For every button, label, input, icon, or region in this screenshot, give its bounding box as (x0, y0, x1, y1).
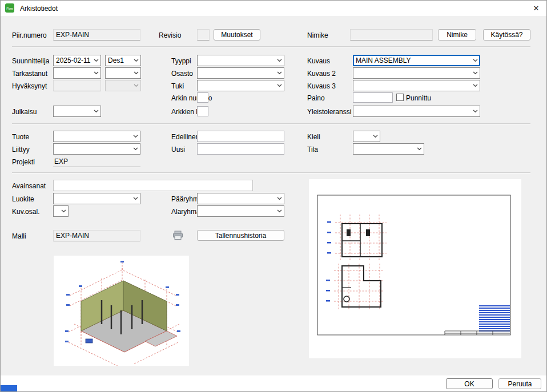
malli-label: Malli (12, 232, 26, 240)
tuote-combo[interactable] (53, 131, 140, 142)
tyyppi-combo[interactable] (197, 55, 284, 66)
kuvaus2-label: Kuvaus 2 (307, 70, 336, 78)
osasto-label: Osasto (171, 70, 193, 78)
kuvaus-label: Kuvaus (307, 57, 330, 65)
kuvaus3-combo[interactable] (353, 80, 480, 91)
paaryhma-combo[interactable] (197, 193, 284, 204)
revisio-label: Revisio (159, 31, 181, 39)
tarkastanut-label: Tarkastanut (12, 70, 47, 78)
punnittu-checkbox[interactable] (396, 94, 404, 101)
window-title: Arkistotiedot (20, 5, 58, 13)
chevron-down-icon (275, 68, 284, 78)
arkin-numero-field[interactable] (197, 92, 208, 103)
malli-field: EXP-MAIN (53, 230, 140, 241)
tuote-label: Tuote (12, 133, 29, 141)
hyvaksynyt-label: Hyväksynyt (12, 82, 47, 90)
nimike-button[interactable]: Nimike (438, 29, 476, 41)
chevron-down-icon (132, 68, 140, 78)
julkaisu-label: Julkaisu (12, 108, 37, 116)
kuvaus3-label: Kuvaus 3 (307, 82, 336, 90)
punnittu-label: Punnittu (406, 94, 431, 102)
arkistotiedot-dialog: Flow Arkistotiedot ✕ Piir.numero EXP-MAI… (0, 0, 547, 392)
separator (12, 123, 530, 124)
suunnittelija-id-value: Des1 (108, 56, 132, 64)
chevron-down-icon (131, 144, 140, 154)
chevron-down-icon (132, 80, 140, 91)
tila-combo[interactable] (353, 143, 424, 155)
tallennushistoria-button[interactable]: Tallennushistoria (197, 230, 284, 241)
plan-bottom (342, 266, 381, 307)
uusi-field[interactable] (197, 143, 284, 155)
notes-block (479, 306, 510, 331)
nimike-field[interactable] (350, 29, 433, 41)
tarkastanut-id-combo[interactable] (105, 67, 141, 79)
chevron-down-icon (275, 206, 284, 216)
luokite-label: Luokite (12, 195, 34, 203)
chevron-down-icon (275, 193, 284, 204)
projekti-label: Projekti (12, 158, 35, 166)
suunnittelija-id-combo[interactable]: Des1 (105, 55, 141, 66)
tuki-combo[interactable] (197, 80, 284, 91)
iso-view-graphic (54, 256, 189, 366)
julkaisu-combo[interactable] (53, 106, 101, 117)
kuvaus-combo[interactable]: MAIN ASSEMBLY (353, 55, 480, 66)
projekti-field: EXP (53, 156, 140, 167)
liittyy-combo[interactable] (53, 143, 140, 155)
osasto-combo[interactable] (197, 67, 284, 79)
kaytossa-button[interactable]: Käytössä? (483, 29, 530, 41)
arkkien-lkm-field[interactable] (197, 106, 208, 116)
paino-field[interactable] (353, 92, 393, 103)
muutokset-button[interactable]: Muutokset (214, 29, 260, 41)
piir-numero-field[interactable]: EXP-MAIN (53, 29, 140, 41)
yleistoleranssi-combo[interactable] (353, 106, 480, 117)
piir-numero-label: Piir.numero (12, 31, 47, 39)
chevron-down-icon (275, 80, 284, 91)
kuv-osal-combo[interactable] (53, 205, 69, 217)
peruuta-button[interactable]: Peruuta (498, 378, 541, 389)
paino-label: Paino (307, 94, 325, 102)
print-icon[interactable] (172, 231, 183, 242)
chevron-down-icon (131, 131, 140, 142)
tarkastanut-date-combo[interactable] (53, 67, 101, 79)
separator (12, 172, 530, 173)
yleistoleranssi-label: Yleistoleranssi (307, 108, 351, 116)
ok-button[interactable]: OK (446, 378, 493, 389)
separator (12, 46, 530, 47)
drawing-2d-preview[interactable] (309, 179, 521, 358)
app-icon-text: Flow (6, 7, 13, 10)
alaryhma-label: Alaryhmä (171, 208, 200, 216)
kieli-label: Kieli (307, 133, 320, 141)
chevron-down-icon (92, 55, 100, 66)
kuvaus2-combo[interactable] (353, 67, 480, 79)
chevron-down-icon (471, 106, 480, 116)
avainsanat-field[interactable] (53, 180, 253, 191)
suunnittelija-date-combo[interactable]: 2025-02-11 (53, 55, 101, 66)
alaryhma-combo[interactable] (197, 205, 284, 217)
edellinen-field[interactable] (197, 131, 284, 142)
avainsanat-label: Avainsanat (12, 182, 46, 190)
app-icon: Flow (5, 3, 14, 13)
chevron-down-icon (59, 206, 68, 216)
liittyy-label: Liittyy (12, 146, 30, 153)
chevron-down-icon (471, 68, 480, 78)
kieli-combo[interactable] (353, 131, 380, 142)
chevron-down-icon (371, 131, 380, 142)
sheet-frame (317, 195, 510, 335)
uusi-label: Uusi (171, 146, 185, 153)
model-3d-preview[interactable] (54, 256, 189, 366)
edellinen-label: Edellinen (171, 133, 199, 141)
close-icon[interactable]: ✕ (528, 2, 544, 14)
drawing-sheet-graphic (309, 179, 521, 358)
titlebar: Flow Arkistotiedot ✕ (1, 1, 546, 16)
luokite-combo[interactable] (53, 193, 140, 204)
chevron-down-icon (92, 106, 100, 116)
suunnittelija-date-value: 2025-02-11 (56, 56, 92, 64)
revisio-field[interactable] (197, 29, 210, 41)
tyyppi-label: Tyyppi (171, 57, 191, 65)
kuvaus-value: MAIN ASSEMBLY (356, 56, 471, 64)
dimension-tick-icons (326, 221, 331, 302)
chevron-down-icon (132, 55, 140, 66)
taskbar-fragment (1, 385, 17, 392)
tila-label: Tila (307, 146, 318, 153)
nimike-label: Nimike (307, 31, 328, 39)
